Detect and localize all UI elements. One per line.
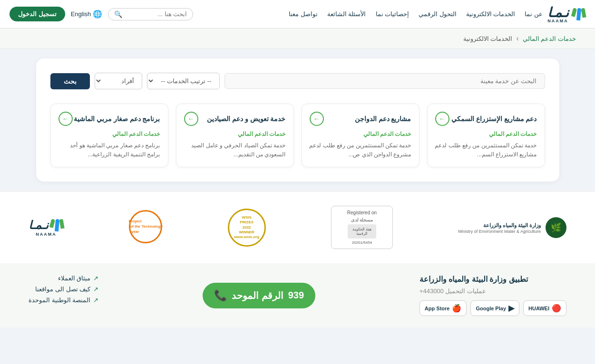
wsis-badge: WSIS PRIZES 2022 WINNER www.wsis.org — [228, 209, 266, 247]
nav-contact[interactable]: تواصل معنا — [289, 10, 318, 18]
tech-badge: Technology Project of the year — [129, 210, 162, 245]
card-2-desc: خدمة تمكن الصياد الحرفي و عامل الصيد الس… — [184, 141, 286, 159]
header: نـمـا NAAMA عن نما الخدمات الالكترونية ا… — [0, 0, 595, 29]
gov-badge-number: 20201/5454 — [352, 240, 372, 245]
card-4-desc: خدمة تمكن المستثمرين من رفع طلب لدعم مشا… — [435, 141, 537, 159]
ministry-name-en: Ministry of Environment Water & Agricult… — [458, 229, 541, 234]
card-4: دعم مشاريع الإستزراع السمكي ← خدمات الدع… — [427, 104, 545, 167]
app-store-label: App Store — [425, 306, 450, 311]
card-3-category: خدمات الدعم المالي — [310, 131, 411, 137]
card-1-arrow[interactable]: ← — [59, 112, 73, 126]
link-icon-1: ↗ — [93, 286, 98, 293]
card-1-title: برنامج دعم صغار مربي الماشية — [74, 114, 160, 124]
card-3-arrow[interactable]: ← — [310, 112, 324, 126]
phone-icon: 📞 — [214, 289, 227, 302]
google-play-badge[interactable]: ▶ Google Play — [470, 300, 519, 316]
link-icon-2: ↗ — [93, 297, 98, 304]
card-1-category: خدمات الدعم المالي — [59, 131, 160, 137]
gov-badge-label2: مسجلة لدى — [351, 217, 373, 222]
footer-link-charter[interactable]: ↗ ميثاق العملاء — [58, 275, 99, 282]
nav-faq[interactable]: الأسئلة الشائعة — [327, 10, 366, 18]
tech-line2: Project of the year — [129, 219, 142, 235]
card-3: مشاريع دعم الدواجن ← خدمات الدعم المالي … — [302, 104, 419, 167]
breadcrumb: خدمات الدعم المالي › الخدمات الالكترونية — [0, 29, 595, 49]
app-section: تطبيق وزارة البيئة والمياه والزراعة عملي… — [419, 275, 566, 316]
footer-link-label-0: ميثاق العملاء — [58, 275, 91, 282]
header-left: 🔍 🌐 English تسجيل الدخول — [10, 7, 193, 21]
card-3-title: مشاريع دعم الدواجن — [355, 114, 411, 124]
card-2-header: خدمة تعويض و دعم الصيادين ← — [184, 112, 286, 126]
apple-icon: 🍎 — [452, 304, 461, 313]
footer-link-directions[interactable]: ↗ كيف تصل الى مواقعنا — [35, 286, 98, 293]
huawei-icon: 🔴 — [552, 304, 561, 313]
nav-about[interactable]: عن نما — [525, 10, 543, 18]
card-3-desc: خدمة تمكن المستثمرين من رفع طلب لدعم مشر… — [310, 141, 411, 159]
footer-link-label-1: كيف تصل الى مواقعنا — [35, 286, 90, 293]
filter-controls: -- ترتيب الخدمات -- أفراد بحث — [50, 73, 220, 89]
filter-search-button[interactable]: بحث — [50, 73, 90, 89]
nav-eservices[interactable]: الخدمات الالكترونية — [466, 10, 516, 18]
audience-select[interactable]: أفراد — [95, 73, 142, 89]
login-button[interactable]: تسجيل الدخول — [10, 7, 65, 21]
nav-stats[interactable]: إحصائيات نما — [376, 10, 410, 18]
footer-top: 🌿 وزارة البيئة والمياه والزراعة Ministry… — [0, 192, 595, 263]
card-4-category: خدمات الدعم المالي — [435, 131, 537, 137]
hotline-button[interactable]: 939 الرقم الموحد 📞 — [203, 283, 315, 308]
card-1-desc: برنامج دعم صغار مربي الماشية هو أحد برام… — [59, 141, 160, 159]
card-2-arrow[interactable]: ← — [184, 112, 198, 126]
filter-bar: -- ترتيب الخدمات -- أفراد بحث — [50, 73, 545, 89]
card-4-arrow[interactable]: ← — [435, 112, 449, 126]
gov-badge-label1: Registered on — [347, 210, 377, 215]
header-right: نـمـا NAAMA عن نما الخدمات الالكترونية ا… — [289, 5, 585, 23]
breadcrumb-current: خدمات الدعم المالي — [523, 35, 576, 42]
wsis-line1: WSIS — [242, 215, 251, 220]
card-2-title: خدمة تعويض و دعم الصيادين — [207, 114, 286, 124]
card-2-category: خدمات الدعم المالي — [184, 131, 286, 137]
service-search-input[interactable] — [224, 73, 545, 89]
cards-grid: دعم مشاريع الإستزراع السمكي ← خدمات الدع… — [50, 104, 545, 167]
card-3-header: مشاريع دعم الدواجن ← — [310, 112, 411, 126]
footer-link-national[interactable]: ↗ المنصة الوطنية الموحدة — [29, 297, 98, 304]
app-badges: 🔴 HUAWEI ▶ Google Play 🍎 App Store — [419, 300, 566, 316]
google-play-icon: ▶ — [508, 304, 514, 313]
search-button[interactable]: 🔍 — [114, 10, 122, 18]
wsis-circle: WSIS PRIZES 2022 WINNER www.wsis.org — [228, 209, 266, 247]
lang-label: English — [71, 10, 91, 18]
google-play-label: Google Play — [476, 306, 506, 311]
sort-select[interactable]: -- ترتيب الخدمات -- — [147, 73, 220, 89]
nav-digital[interactable]: التحول الرقمي — [419, 10, 457, 18]
card-1: برنامج دعم صغار مربي الماشية ← خدمات الد… — [50, 104, 168, 167]
card-4-title: دعم مشاريع الإستزراع السمكي — [451, 114, 537, 124]
wsis-line4: WINNER — [239, 230, 254, 235]
naama-label: NAAMA — [547, 19, 568, 23]
card-4-header: دعم مشاريع الإستزراع السمكي ← — [435, 112, 537, 126]
huawei-badge[interactable]: 🔴 HUAWEI — [523, 300, 566, 316]
wsis-line5: www.wsis.org — [234, 235, 259, 239]
huawei-label: HUAWEI — [528, 306, 549, 311]
main-content: -- ترتيب الخدمات -- أفراد بحث دعم مشاريع… — [36, 58, 559, 182]
ministry-icon: 🌿 — [546, 217, 566, 238]
footer-logo-naama: نـمـا NAAMA — [29, 219, 64, 237]
search-input[interactable] — [125, 10, 187, 18]
hotline-number: 939 — [288, 290, 304, 301]
downloads-count: عمليات التحميل 443000+ — [419, 287, 486, 295]
card-1-header: برنامج دعم صغار مربي الماشية ← — [59, 112, 160, 126]
footer-naama-label: NAAMA — [36, 232, 57, 237]
tech-line1: Technology — [142, 224, 163, 229]
main-nav: عن نما الخدمات الالكترونية التحول الرقمي… — [289, 10, 543, 18]
ministry-name-ar: وزارة البيئة والمياه والزراعة — [458, 221, 541, 230]
footer: 🌿 وزارة البيئة والمياه والزراعة Ministry… — [0, 191, 595, 327]
breadcrumb-parent[interactable]: الخدمات الالكترونية — [463, 35, 513, 42]
app-store-badge[interactable]: 🍎 App Store — [419, 300, 467, 316]
logo-area[interactable]: نـمـا NAAMA — [547, 5, 585, 23]
language-button[interactable]: 🌐 English — [71, 10, 103, 19]
wsis-line2: PRIZES — [240, 220, 254, 225]
globe-icon: 🌐 — [93, 10, 102, 19]
gov-logo: هيئة الحكومة الرقمية — [348, 224, 376, 239]
footer-logo-text: نـمـا — [29, 219, 49, 232]
footer-leaves — [50, 219, 64, 231]
gov-badge-label3: هيئة الحكومة الرقمية — [348, 227, 376, 236]
gov-badge: Registered on مسجلة لدى هيئة الحكومة الر… — [331, 206, 393, 249]
app-title: تطبيق وزارة البيئة والمياه والزراعة — [419, 275, 528, 284]
link-icon-0: ↗ — [93, 275, 98, 282]
